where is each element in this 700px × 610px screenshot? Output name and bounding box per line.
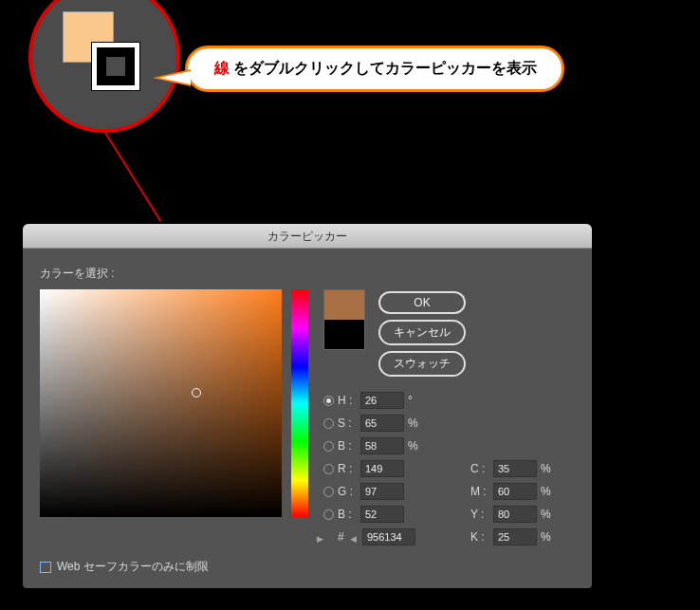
magnified-swatch-circle [28,0,180,133]
saturation-value-panel[interactable] [40,289,282,517]
callout-highlight: 線 [214,60,230,76]
label-hex: # [338,530,359,544]
unit-k: % [541,530,552,544]
radio-g[interactable] [323,487,334,497]
label-s: S : [338,416,357,430]
label-g: G : [338,485,357,498]
color-preview [323,289,365,350]
stroke-swatch[interactable] [91,42,140,91]
web-safe-label: Web セーフカラーのみに制限 [57,559,209,575]
input-s[interactable] [360,415,404,432]
input-b-hsb[interactable] [360,437,404,454]
label-b-rgb: B : [338,508,357,521]
input-c[interactable] [493,460,537,477]
label-m: M : [470,485,489,498]
unit-h: ° [408,394,419,407]
radio-b-hsb[interactable] [323,441,334,452]
ok-button[interactable]: OK [378,291,466,314]
swatches-button[interactable]: スウォッチ [378,351,466,377]
sv-marker[interactable] [192,388,201,397]
select-color-label: カラーを選択 : [40,266,575,282]
label-y: Y : [470,508,489,521]
input-r[interactable] [360,460,404,477]
label-c: C : [470,462,489,475]
pointer-line [104,132,161,221]
radio-b-rgb[interactable] [323,509,334,520]
input-g[interactable] [360,483,404,500]
label-b-hsb: B : [338,439,357,453]
dialog-title: カラーピッカー [267,230,347,243]
web-safe-checkbox[interactable] [40,562,51,573]
input-m[interactable] [493,483,537,500]
input-hex[interactable] [362,528,415,545]
callout-text: をダブルクリックしてカラーピッカーを表示 [230,60,537,76]
radio-s[interactable] [323,418,334,429]
hue-slider[interactable] [291,289,308,517]
input-y[interactable] [493,506,537,523]
unit-s: % [408,416,419,430]
radio-h[interactable] [323,396,334,406]
unit-m: % [541,485,552,498]
label-k: K : [470,530,489,544]
color-preview-old[interactable] [324,320,364,349]
radio-r[interactable] [323,464,334,474]
label-h: H : [338,394,357,407]
color-picker-dialog: カラーピッカー カラーを選択 : ▶◀ OK キャンセル スウォッチ [23,224,592,588]
label-r: R : [338,462,357,475]
color-preview-new [324,290,364,320]
unit-c: % [541,462,552,475]
cancel-button[interactable]: キャンセル [378,320,466,345]
input-k[interactable] [493,528,537,545]
dialog-titlebar[interactable]: カラーピッカー [23,224,592,249]
unit-b-hsb: % [408,439,419,453]
input-h[interactable] [360,392,404,409]
input-b-rgb[interactable] [360,506,404,523]
callout-bubble: 線 をダブルクリックしてカラーピッカーを表示 [185,46,564,92]
unit-y: % [541,508,552,521]
